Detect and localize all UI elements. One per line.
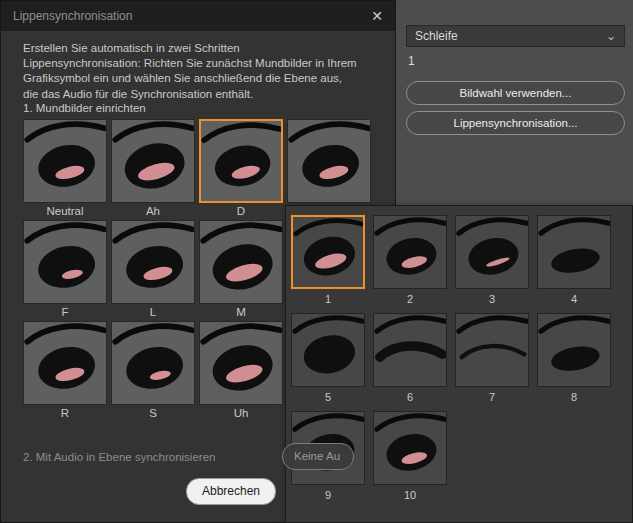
viseme-thumbnail[interactable] [23,321,107,405]
frame-thumbnail[interactable] [291,313,365,387]
loop-dropdown-value: Schleife [415,29,458,43]
frame-number-field[interactable]: 1 [408,54,415,68]
frame-thumbnail[interactable] [537,313,611,387]
section1-heading: 1. Mundbilder einrichten [23,102,146,114]
mouth-shape [201,121,281,201]
viseme-label: S [111,405,195,419]
viseme-label: L [111,304,195,318]
frame-thumbnail[interactable] [291,215,365,289]
mouth-shape [293,217,363,287]
viseme-thumbnail[interactable] [111,321,195,405]
frame-number-label: 8 [537,387,611,405]
mouth-shape [374,216,446,288]
loop-dropdown[interactable]: Schleife ⌄ [406,25,625,47]
mouth-shape [456,216,528,288]
frame-thumbnail[interactable] [455,313,529,387]
frame-cell-7: 7 [455,313,529,405]
frame-thumbnail[interactable] [373,411,447,485]
frame-picker-flyout: 12345678910 [285,205,633,523]
viseme-cell-r: R [23,321,107,419]
mouth-shape [200,322,282,404]
viseme-label: M [199,304,283,318]
frame-cell-6: 6 [373,313,447,405]
animate-workspace: Schleife ⌄ 1 Bildwahl verwenden... Lippe… [0,0,633,523]
frame-thumbnail[interactable] [455,215,529,289]
mouth-shape [288,120,370,202]
frame-number-label: 7 [455,387,529,405]
cancel-button[interactable]: Abbrechen [186,478,276,505]
mouth-shape [538,314,610,386]
viseme-label: Uh [199,405,283,419]
viseme-cell-neutral: Neutral [23,119,107,217]
frame-thumbnail[interactable] [373,313,447,387]
mouth-shape [112,120,194,202]
viseme-cell-m: M [199,220,283,318]
viseme-cell-uh: Uh [199,321,283,419]
viseme-thumbnail[interactable] [111,220,195,304]
viseme-label: R [23,405,107,419]
mouth-shape [24,120,106,202]
viseme-cell-ah: Ah [111,119,195,217]
mouth-shape [538,216,610,288]
viseme-thumbnail[interactable] [23,220,107,304]
viseme-label: Neutral [23,203,107,217]
viseme-thumbnail[interactable] [287,119,371,203]
chevron-down-icon: ⌄ [606,31,616,41]
mouth-shape [292,314,364,386]
frame-number-label: 3 [455,289,529,307]
viseme-cell-f: F [23,220,107,318]
frame-cell-5: 5 [291,313,365,405]
audio-layer-select-button[interactable]: Keine Au [282,443,354,470]
viseme-thumbnail[interactable] [199,321,283,405]
frame-cell-10: 10 [373,411,447,503]
dialog-titlebar[interactable]: Lippensynchronisation ✕ [1,1,395,31]
viseme-label: F [23,304,107,318]
mouth-shape [112,221,194,303]
frame-thumbnail[interactable] [373,215,447,289]
frame-number-label: 2 [373,289,447,307]
use-frame-picker-button[interactable]: Bildwahl verwenden... [406,81,625,105]
viseme-cell [287,119,371,217]
frame-number-label: 1 [291,289,365,307]
viseme-label: D [199,203,283,217]
frame-number-label: 9 [291,485,365,503]
mouth-shape [24,322,106,404]
mouth-shape [374,314,446,386]
frame-number-label: 4 [537,289,611,307]
frame-cell-2: 2 [373,215,447,307]
viseme-thumbnail[interactable] [199,220,283,304]
mouth-shape [24,221,106,303]
frame-cell-8: 8 [537,313,611,405]
frame-number-label: 10 [373,485,447,503]
viseme-thumbnail[interactable] [111,119,195,203]
mouth-shape [456,314,528,386]
dialog-description: Erstellen Sie automatisch in zwei Schrit… [23,41,357,102]
section2-heading: 2. Mit Audio in Ebene synchronisieren [23,451,215,463]
mouth-shape [112,322,194,404]
viseme-thumbnail[interactable] [199,119,283,203]
mouth-shape [374,412,446,484]
viseme-cell-d: D [199,119,283,217]
viseme-cell-s: S [111,321,195,419]
frame-number-label: 6 [373,387,447,405]
frame-thumbnail[interactable] [537,215,611,289]
frame-cell-4: 4 [537,215,611,307]
viseme-cell-l: L [111,220,195,318]
frame-number-label: 5 [291,387,365,405]
mouth-shape [200,221,282,303]
frame-cell-1: 1 [291,215,365,307]
close-icon[interactable]: ✕ [371,9,383,23]
viseme-label: Ah [111,203,195,217]
viseme-thumbnail[interactable] [23,119,107,203]
dialog-title: Lippensynchronisation [13,9,132,23]
frame-cell-3: 3 [455,215,529,307]
lip-sync-button[interactable]: Lippensynchronisation... [406,111,625,135]
